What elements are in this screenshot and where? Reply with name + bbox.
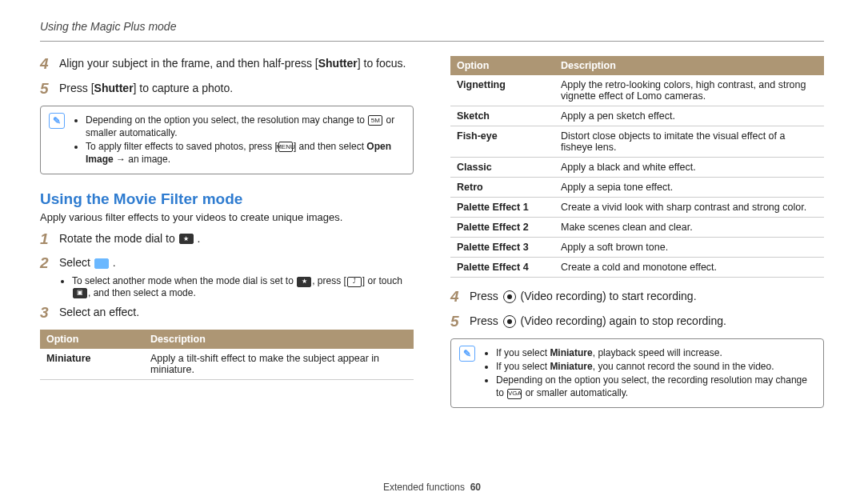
miniature-label: Miniature <box>550 347 592 358</box>
miniature-label: Miniature <box>550 361 592 372</box>
options-table-right: Option Description VignettingApply the r… <box>450 56 824 278</box>
page-number: 60 <box>470 482 481 493</box>
option-name: Retro <box>450 178 554 198</box>
step-number: 2 <box>40 255 59 272</box>
step-text: Press (Video recording) to start recordi… <box>470 289 697 304</box>
text: Align your subject in the frame, and the… <box>59 57 318 70</box>
step-number: 4 <box>450 289 470 306</box>
note-item: To apply filter effects to saved photos,… <box>86 140 405 166</box>
text: , you cannot record the sound in the vid… <box>593 361 774 372</box>
note-box: ✎ Depending on the option you select, th… <box>40 106 414 174</box>
table-header-row: Option Description <box>40 330 414 349</box>
option-desc: Apply a soft brown tone. <box>554 238 824 258</box>
table-row: ClassicApply a black and white effect. <box>450 158 824 178</box>
step-5: 5 Press [Shutter] to capture a photo. <box>40 81 414 98</box>
note-list: If you select Miniature, playback speed … <box>483 346 815 401</box>
table-row: Palette Effect 4Create a cold and monoto… <box>450 258 824 278</box>
table-row: RetroApply a sepia tone effect. <box>450 178 824 198</box>
option-name: Sketch <box>450 106 554 126</box>
table-row: Fish-eyeDistort close objects to imitate… <box>450 126 824 158</box>
shutter-label: Shutter <box>94 82 134 94</box>
record-icon <box>503 290 516 303</box>
text: , press [ <box>312 275 346 286</box>
col-option: Option <box>40 330 144 349</box>
step-number: 5 <box>40 81 59 98</box>
step-number: 1 <box>40 231 59 248</box>
text: , playback speed will increase. <box>593 347 722 358</box>
text: Rotate the mode dial to <box>59 232 178 245</box>
text: Press [ <box>59 82 94 94</box>
option-name: Fish-eye <box>450 126 554 158</box>
step-number: 5 <box>450 314 470 330</box>
shutter-label: Shutter <box>318 57 358 70</box>
section-description: Apply various filter effects to your vid… <box>40 211 414 223</box>
columns: 4 Align your subject in the frame, and t… <box>40 56 824 422</box>
note-item: Depending on the option you select, the … <box>86 114 405 139</box>
resolution-icon: 5M <box>368 115 382 126</box>
record-icon <box>503 315 516 328</box>
option-desc: Apply a tilt-shift effect to make the su… <box>144 349 414 380</box>
menu-icon: MENU <box>278 142 293 152</box>
step-text: Select an effect. <box>59 305 139 320</box>
option-name: Classic <box>450 158 554 178</box>
option-desc: Apply a pen sketch effect. <box>554 106 824 126</box>
footer-section: Extended functions <box>383 482 465 493</box>
col-description: Description <box>554 56 824 75</box>
text: ] to capture a photo. <box>134 82 234 94</box>
table-row: VignettingApply the retro-looking colors… <box>450 75 824 106</box>
step-text: Press [Shutter] to capture a photo. <box>59 81 233 96</box>
table-row: Palette Effect 2Make scenes clean and cl… <box>450 218 824 238</box>
option-desc: Apply a sepia tone effect. <box>554 178 824 198</box>
option-desc: Make scenes clean and clear. <box>554 218 824 238</box>
table-row: Miniature Apply a tilt-shift effect to m… <box>40 349 414 380</box>
step-number: 3 <box>40 305 59 322</box>
option-name: Palette Effect 4 <box>450 258 554 278</box>
camera-icon: ▣ <box>73 288 87 298</box>
step-1: 1 Rotate the mode dial to ★ . <box>40 231 414 248</box>
table-header-row: Option Description <box>450 56 824 75</box>
note-box-right: ✎ If you select Miniature, playback spee… <box>450 338 824 408</box>
step-number: 4 <box>40 56 59 73</box>
text: or smaller automatically. <box>522 387 628 398</box>
page-footer: Extended functions 60 <box>0 482 864 493</box>
step-text: Rotate the mode dial to ★ . <box>59 231 200 246</box>
mode-dial-icon: ★ <box>179 234 194 244</box>
option-desc: Apply the retro-looking colors, high con… <box>554 75 824 106</box>
option-desc: Apply a black and white effect. <box>554 158 824 178</box>
note-icon: ✎ <box>459 346 475 362</box>
header-rule <box>40 41 824 42</box>
col-option: Option <box>450 56 554 75</box>
text: If you select <box>496 347 550 358</box>
note-item: Depending on the option you select, the … <box>496 374 815 399</box>
step-5-right: 5 Press (Video recording) again to stop … <box>450 314 824 330</box>
note-list: Depending on the option you select, the … <box>73 113 405 167</box>
step-text: Align your subject in the frame, and the… <box>59 56 406 71</box>
step-text: Press (Video recording) again to stop re… <box>470 314 726 329</box>
text: ] to focus. <box>358 57 406 70</box>
text: To apply filter effects to saved photos,… <box>86 141 278 152</box>
table-row: Palette Effect 1Create a vivid look with… <box>450 198 824 218</box>
substep: To select another mode when the mode dia… <box>59 275 414 298</box>
option-name: Palette Effect 3 <box>450 238 554 258</box>
mode-dial-icon: ★ <box>297 277 311 287</box>
table-row: SketchApply a pen sketch effect. <box>450 106 824 126</box>
option-name: Palette Effect 1 <box>450 198 554 218</box>
text: Depending on the option you select, the … <box>86 114 367 126</box>
text: Select <box>59 256 94 269</box>
text: (Video recording) again to stop recordin… <box>518 314 726 327</box>
note-item: If you select Miniature, you cannot reco… <box>496 360 815 373</box>
option-desc: Create a vivid look with sharp contrast … <box>554 198 824 218</box>
col-description: Description <box>144 330 414 349</box>
back-icon: ⤴ <box>347 277 362 287</box>
table-row: Palette Effect 3Apply a soft brown tone. <box>450 238 824 258</box>
text: Press <box>470 314 502 327</box>
left-column: 4 Align your subject in the frame, and t… <box>40 56 414 422</box>
step-4-right: 4 Press (Video recording) to start recor… <box>450 289 824 306</box>
step-2: 2 Select . <box>40 255 414 272</box>
vga-icon: VGA <box>507 389 522 399</box>
step-text: Select . <box>59 255 116 270</box>
right-column: Option Description VignettingApply the r… <box>450 56 824 422</box>
text: To select another mode when the mode dia… <box>72 275 296 286</box>
movie-filter-icon <box>94 258 109 269</box>
note-item: If you select Miniature, playback speed … <box>496 346 815 359</box>
